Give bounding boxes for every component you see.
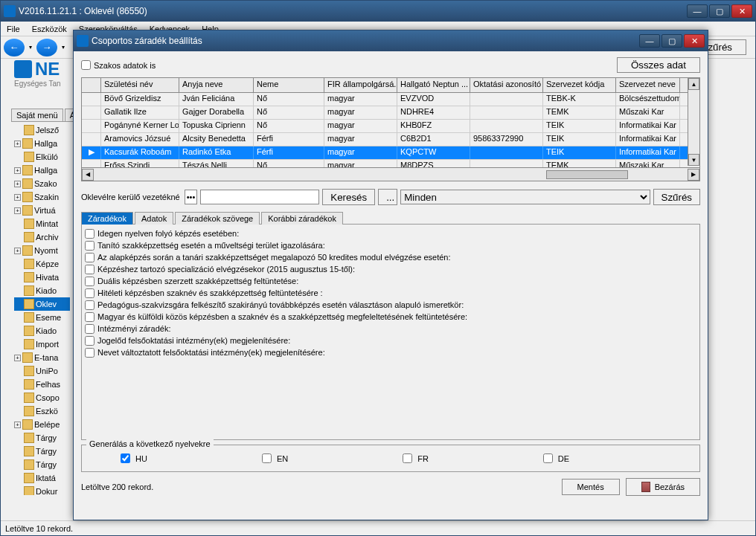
maximize-button[interactable]: ▢	[709, 4, 730, 18]
search-input[interactable]	[200, 190, 319, 204]
table-row[interactable]: Bövő GrizeldiszJván FeliciánaNőmagyarEVZ…	[82, 93, 699, 106]
expand-icon[interactable]: +	[14, 141, 21, 147]
scroll-right-icon[interactable]: ▶	[688, 169, 699, 181]
tree-node[interactable]: Felhas	[14, 378, 70, 391]
data-grid[interactable]: Születési névAnyja neveNemeFIR állampolg…	[81, 77, 700, 181]
column-header[interactable]: Oktatási azonosító	[470, 78, 543, 92]
dialog-maximize-button[interactable]: ▢	[662, 34, 682, 48]
tree-node[interactable]: UniPo	[14, 364, 70, 378]
column-header[interactable]: FIR állampolgársá...	[324, 78, 397, 92]
tree-node[interactable]: +Virtuá	[14, 204, 70, 217]
menu-file[interactable]: File	[4, 23, 23, 35]
expand-icon[interactable]: +	[14, 194, 21, 201]
nav-forward-drop[interactable]: ▾	[59, 39, 68, 56]
zaradek-checkbox[interactable]	[85, 277, 94, 286]
lang-checkbox[interactable]	[121, 453, 130, 463]
tree-node[interactable]: Import	[14, 338, 70, 351]
zaradek-checkbox[interactable]	[85, 229, 94, 239]
osszes-adat-button[interactable]: Összes adat	[617, 57, 700, 73]
szures-button[interactable]: Szűrés	[653, 189, 700, 205]
table-row[interactable]: ▶Kacsurák RoboámRadinkó EtkaFérfimagyarK…	[82, 146, 699, 160]
zaradek-checkbox[interactable]	[85, 312, 94, 322]
menu-tools[interactable]: Eszközök	[29, 23, 70, 35]
table-row[interactable]: Pogányné Kerner LoTopuska CipriennNőmagy…	[82, 120, 699, 133]
expand-icon[interactable]: +	[14, 355, 21, 361]
expand-icon[interactable]: +	[14, 207, 21, 214]
scroll-down-icon[interactable]: ▼	[688, 154, 699, 166]
tree-node[interactable]: Tárgy	[14, 431, 70, 445]
tree-node[interactable]: Hivata	[14, 271, 70, 284]
szakos-checkbox[interactable]	[81, 60, 91, 70]
nav-back-button[interactable]: ←	[4, 39, 25, 56]
subtab[interactable]: Záradékok szövege	[175, 212, 260, 225]
bezaras-button[interactable]: Bezárás	[626, 478, 700, 496]
filter-select[interactable]: Minden	[400, 190, 650, 204]
tree-node[interactable]: Eszkö	[14, 404, 70, 418]
column-header[interactable]: Hallgató Neptun ...	[397, 78, 470, 92]
zaradek-checkbox[interactable]	[85, 300, 94, 310]
tree-node[interactable]: +Hallga	[14, 164, 70, 177]
hscroll-thumb[interactable]	[546, 170, 628, 179]
zaradek-checkbox[interactable]	[85, 336, 94, 346]
zaradek-checkbox[interactable]	[85, 324, 94, 334]
close-button[interactable]: ✕	[731, 4, 752, 18]
grid-vscroll[interactable]: ▲ ▼	[688, 78, 699, 166]
tree-node[interactable]: Oklev	[14, 297, 70, 311]
tree-node[interactable]: Elküló	[14, 150, 70, 164]
column-header[interactable]: Anyja neve	[179, 78, 254, 92]
nav-tree[interactable]: Jelsző+HallgaElküló+Hallga+Szako+Szakin+…	[14, 123, 70, 495]
zaradek-checkbox[interactable]	[85, 253, 94, 262]
tree-node[interactable]: Eseme	[14, 311, 70, 324]
column-header[interactable]: Szervezet neve	[616, 78, 680, 92]
kereses-button[interactable]: Keresés	[322, 189, 375, 205]
dialog-close-button[interactable]: ✕	[684, 34, 705, 48]
column-header[interactable]: Neme	[254, 78, 324, 92]
lang-option[interactable]: FR	[400, 451, 429, 465]
lang-option[interactable]: DE	[540, 451, 569, 465]
scroll-up-icon[interactable]: ▲	[688, 78, 699, 90]
tree-node[interactable]: Tárgy	[14, 458, 70, 471]
zaradek-checkbox[interactable]	[85, 241, 94, 251]
expand-icon[interactable]: +	[14, 181, 21, 187]
mentes-button[interactable]: Mentés	[562, 479, 620, 495]
tree-node[interactable]: Mintat	[14, 217, 70, 230]
tree-node[interactable]: +Nyomt	[14, 244, 70, 257]
column-header[interactable]: Születési név	[101, 78, 179, 92]
zaradek-checkbox[interactable]	[85, 348, 94, 358]
browse-button[interactable]: ...	[378, 189, 397, 205]
tree-node[interactable]: Csopo	[14, 391, 70, 404]
dialog-minimize-button[interactable]: —	[639, 34, 660, 48]
subtab[interactable]: Korábbi záradékok	[261, 212, 343, 225]
nav-back-drop[interactable]: ▾	[26, 39, 35, 56]
table-row[interactable]: Gallatik IlzeGajger DorabellaNőmagyarNDH…	[82, 106, 699, 120]
expand-icon[interactable]: +	[14, 248, 21, 254]
lang-checkbox[interactable]	[262, 453, 272, 463]
tree-node[interactable]: Kiado	[14, 284, 70, 297]
expand-icon[interactable]: +	[14, 167, 21, 174]
zaradekok-checklist[interactable]: Idegen nyelven folyó képzés esetében:Tan…	[81, 225, 700, 440]
tree-node[interactable]: +E-tana	[14, 351, 70, 364]
tree-node[interactable]: Iktatá	[14, 471, 70, 485]
tree-node[interactable]: +Belépe	[14, 418, 70, 431]
nav-forward-button[interactable]: →	[36, 39, 57, 56]
tree-node[interactable]: Képze	[14, 257, 70, 271]
tree-node[interactable]: Jelsző	[14, 123, 70, 137]
lang-option[interactable]: HU	[118, 451, 147, 465]
table-row[interactable]: Aramovics JózsuéAlcsity BenedettaFérfima…	[82, 133, 699, 146]
scroll-left-icon[interactable]: ◀	[82, 169, 94, 181]
tree-node[interactable]: Dokur	[14, 485, 70, 495]
tree-node[interactable]: +Szako	[14, 177, 70, 190]
tree-node[interactable]: Archiv	[14, 230, 70, 244]
tree-node[interactable]: +Hallga	[14, 137, 70, 150]
lang-checkbox[interactable]	[543, 453, 553, 463]
lang-option[interactable]: EN	[259, 451, 288, 465]
subtab[interactable]: Adatok	[135, 212, 173, 225]
zaradek-checkbox[interactable]	[85, 265, 94, 274]
grid-hscroll[interactable]: ◀ ▶	[82, 167, 699, 181]
expand-icon[interactable]: +	[14, 422, 21, 428]
lang-checkbox[interactable]	[403, 453, 412, 463]
column-header[interactable]: Szervezet kódja	[543, 78, 616, 92]
tree-node[interactable]: +Szakin	[14, 190, 70, 204]
tree-node[interactable]: Kiado	[14, 324, 70, 338]
subtab[interactable]: Záradékok	[81, 212, 133, 225]
